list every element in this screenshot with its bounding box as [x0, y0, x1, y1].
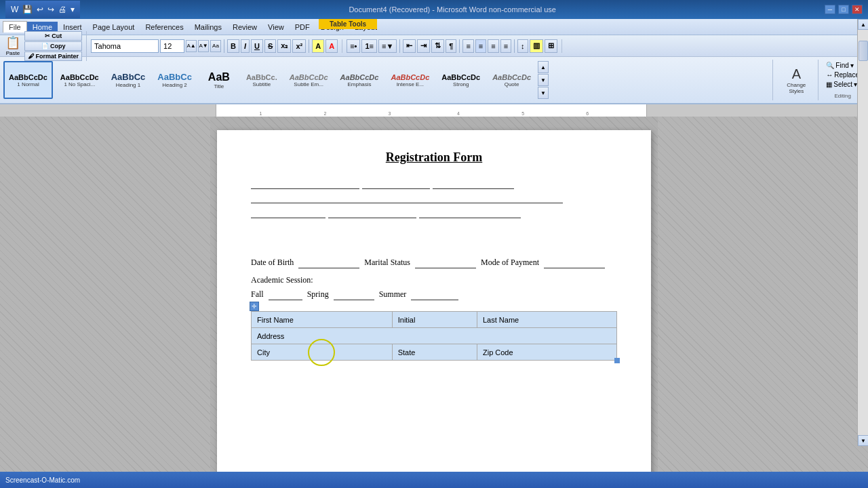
style-title[interactable]: AaB Title — [199, 61, 239, 99]
decrease-indent-btn[interactable]: ⇤ — [403, 39, 416, 53]
table-cell-initial[interactable]: Initial — [392, 312, 477, 328]
font-selector[interactable]: Tahoma — [91, 39, 159, 53]
menu-mailings[interactable]: Mailings — [189, 22, 227, 33]
left-sidebar — [0, 117, 210, 473]
close-btn[interactable]: ✕ — [852, 5, 863, 14]
style-no-spacing[interactable]: AaBbCcDc 1 No Spaci... — [56, 61, 104, 99]
scroll-down-arrow[interactable]: ▼ — [858, 435, 868, 446]
title-bar: W 💾 ↩ ↪ 🖨 ▾ Document4 (Recovered) - Micr… — [0, 0, 868, 19]
replace-btn[interactable]: ↔Replace — [824, 70, 861, 79]
style-emphasis[interactable]: AaBbCcDc Emphasis — [336, 61, 384, 99]
sessions-row: Fall Spring Summer — [251, 289, 617, 300]
shading-btn[interactable]: ▥ — [530, 39, 543, 53]
table-resize-handle[interactable] — [614, 358, 620, 363]
paste-btn[interactable]: 📋 Paste — [3, 31, 23, 61]
bullets-btn[interactable]: ≡• — [347, 39, 360, 53]
font-size-down[interactable]: A▼ — [198, 40, 209, 52]
font-size-up[interactable]: A▲ — [186, 40, 197, 52]
superscript-btn[interactable]: x² — [292, 39, 306, 53]
sort-btn[interactable]: ⇅ — [431, 39, 444, 53]
select-btn[interactable]: ▦Select▾ — [824, 80, 861, 89]
menu-references[interactable]: References — [140, 22, 189, 33]
line-spacing-btn[interactable]: ↕ — [517, 39, 528, 53]
menu-bar: File Home Insert Page Layout References … — [0, 19, 868, 35]
style-normal[interactable]: AaBbCcDc 1 Normal — [3, 61, 53, 99]
italic-btn[interactable]: I — [241, 39, 250, 53]
strikethrough-btn[interactable]: S — [264, 39, 276, 53]
style-quote[interactable]: AaBbCcDc Quote — [488, 61, 536, 99]
menu-review[interactable]: Review — [227, 22, 262, 33]
form-row-1 — [251, 178, 617, 189]
subscript-btn[interactable]: x₂ — [277, 39, 291, 53]
style-heading2[interactable]: AaBbCc Heading 2 — [153, 61, 197, 99]
field-line-3a[interactable] — [251, 207, 326, 218]
align-center-btn[interactable]: ≡ — [475, 39, 486, 53]
styles-scroll-down[interactable]: ▼ — [538, 74, 549, 86]
numbering-btn[interactable]: 1≡ — [361, 39, 377, 53]
ruler-white: 1 2 3 4 5 6 — [216, 104, 647, 117]
style-subtitle[interactable]: AaBbCc. Subtitle — [241, 61, 282, 99]
font-size-selector[interactable]: 12 — [160, 39, 184, 53]
table-cell-state[interactable]: State — [392, 344, 477, 361]
registration-table: First Name Initial Last Name Address Cit… — [251, 311, 617, 361]
menu-pdf[interactable]: PDF — [290, 22, 315, 33]
field-line-1a[interactable] — [251, 178, 359, 189]
ruler-left-pad — [0, 104, 5, 117]
quick-access-toolbar: W 💾 ↩ ↪ 🖨 ▾ — [5, 1, 80, 18]
table-cell-zipcode[interactable]: Zip Code — [477, 344, 616, 361]
align-right-btn[interactable]: ≡ — [488, 39, 498, 53]
scroll-thumb[interactable] — [859, 41, 868, 61]
field-line-2[interactable] — [251, 193, 563, 203]
menu-pagelayout[interactable]: Page Layout — [87, 22, 140, 33]
table-cell-city[interactable]: City — [252, 344, 393, 361]
underline-btn[interactable]: U — [251, 39, 263, 53]
academic-label: Academic Session: — [251, 275, 313, 285]
editing-label: Editing — [834, 93, 850, 99]
word-icon[interactable]: W — [9, 5, 20, 14]
maximize-btn[interactable]: □ — [838, 5, 849, 14]
bold-btn[interactable]: B — [227, 39, 239, 53]
spacer — [251, 230, 617, 258]
cut-btn[interactable]: ✂ Cut — [24, 31, 82, 41]
copy-btn[interactable]: 📄 Copy — [24, 41, 82, 51]
table-tools-tab[interactable]: Table Tools — [319, 19, 377, 29]
show-para-btn[interactable]: ¶ — [446, 39, 456, 53]
find-btn[interactable]: 🔍Find▾ — [824, 61, 861, 70]
justify-btn[interactable]: ≡ — [500, 39, 511, 53]
undo-btn[interactable]: ↩ — [35, 5, 45, 14]
redo-btn[interactable]: ↪ — [46, 5, 56, 14]
change-styles-group: A ChangeStyles — [774, 60, 818, 100]
dropdown-btn[interactable]: ▾ — [69, 5, 76, 14]
align-left-btn[interactable]: ≡ — [462, 39, 473, 53]
change-styles-btn[interactable]: A ChangeStyles — [778, 61, 814, 99]
font-color-btn[interactable]: A — [326, 39, 338, 53]
minimize-btn[interactable]: ─ — [825, 5, 835, 14]
clear-format-btn[interactable]: Aa — [210, 40, 221, 52]
styles-scroll-up[interactable]: ▲ — [538, 61, 549, 73]
field-line-3b[interactable] — [328, 207, 416, 218]
increase-indent-btn[interactable]: ⇥ — [417, 39, 430, 53]
document-page: Registration Form — [217, 130, 651, 473]
field-line-3c[interactable] — [419, 207, 521, 218]
save-btn[interactable]: 💾 — [21, 5, 34, 14]
menu-view[interactable]: View — [262, 22, 290, 33]
field-line-1b[interactable] — [362, 178, 430, 189]
style-strong[interactable]: AaBbCcDc Strong — [437, 61, 485, 99]
text-highlight-btn[interactable]: A — [312, 39, 324, 53]
fall-label: Fall — [251, 289, 264, 299]
table-move-handle[interactable]: ✛ — [250, 302, 259, 311]
status-bar: Screencast-O-Matic.com — [0, 472, 868, 488]
field-line-1c[interactable] — [433, 178, 514, 189]
table-cell-address[interactable]: Address — [252, 328, 617, 344]
table-cell-lastname[interactable]: Last Name — [477, 312, 616, 328]
form-row-2 — [251, 193, 617, 203]
table-cell-firstname[interactable]: First Name — [252, 312, 393, 328]
style-heading1[interactable]: AaBbCc Heading 1 — [106, 61, 151, 99]
styles-more[interactable]: ▼ — [538, 87, 549, 99]
style-subtle-em[interactable]: AaBbCcDc Subtle Em... — [285, 61, 333, 99]
multilevel-btn[interactable]: ≡▼ — [378, 39, 397, 53]
style-intense-em[interactable]: AaBbCcDc Intense E... — [386, 61, 434, 99]
borders-btn[interactable]: ⊞ — [545, 39, 557, 53]
print-btn[interactable]: 🖨 — [57, 5, 68, 14]
scroll-up-arrow[interactable]: ▲ — [858, 19, 868, 30]
